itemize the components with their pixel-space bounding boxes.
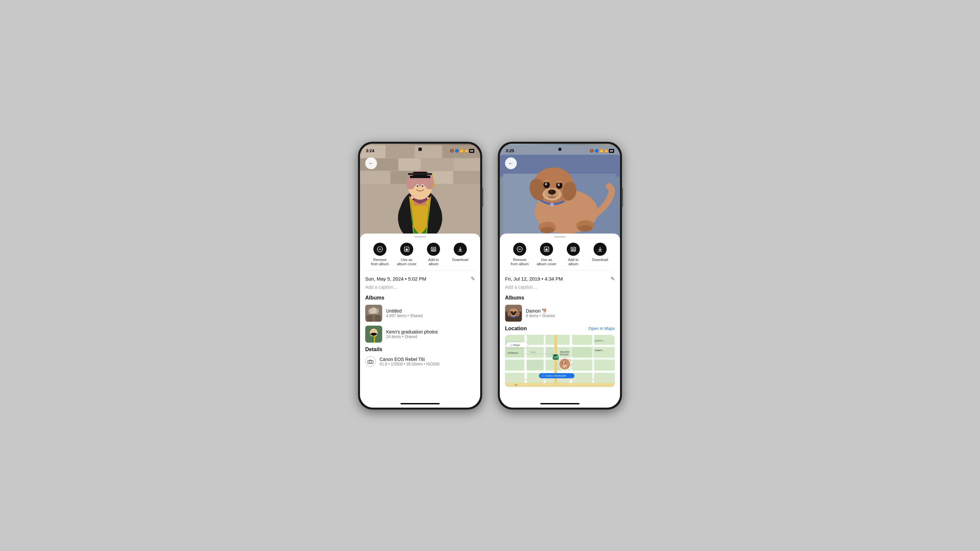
svg-point-102 [515,311,520,316]
svg-text:NORTH...: NORTH... [595,340,605,342]
details-section-1: Details Canon EOS Rebel T6i f/1.8 • 1/25… [365,346,475,367]
svg-rect-114 [505,378,615,380]
edit-icon-1[interactable]: ✎ [471,276,475,282]
action-albumcover-label-1: Use asalbum cover [397,258,417,266]
svg-rect-123 [546,347,554,357]
back-button-1[interactable]: ← [365,157,377,169]
albums-title-1: Albums [365,295,475,301]
svg-rect-116 [555,335,556,387]
svg-rect-126 [592,347,615,357]
home-indicator-2 [500,400,620,408]
svg-text:🐕: 🐕 [562,362,568,368]
svg-point-77 [544,180,549,183]
details-title-1: Details [365,346,475,353]
album-thumb-svg-2 [365,326,382,343]
edit-icon-2[interactable]: ✎ [611,276,615,282]
svg-rect-128 [526,360,543,370]
photo-dog: 3:25 🔕 🔵 📶 📶 88 [500,144,620,240]
svg-point-72 [550,191,553,192]
svg-point-101 [508,311,512,316]
camera-icon-1 [365,356,375,367]
addalbum-icon-1 [427,243,440,256]
open-maps-link-2[interactable]: Open in Maps [588,326,615,331]
date-text-1: Sun, May 5, 2024 • 5:02 PM [365,276,426,281]
date-row-2: Fri, Jul 12, 2019 • 4:34 PM ✎ [505,276,615,282]
back-button-2[interactable]: ← [505,157,517,169]
svg-rect-51 [375,315,381,322]
album-meta-untitled: 4,657 items • Shared [386,314,423,318]
action-albumcover-label-2: Use asalbum cover [537,258,556,266]
svg-rect-22 [408,173,432,175]
action-addalbum-1[interactable]: Add toalbum [424,243,443,266]
svg-rect-12 [454,171,480,184]
caption-2[interactable]: Add a caption… [505,284,615,290]
action-remove-1[interactable]: Removefrom album [370,243,390,266]
album-thumb-svg-1 [365,305,382,322]
map-placeholder-2[interactable]: 131 94 [505,335,615,387]
albums-title-2: Albums [505,295,615,301]
svg-point-105 [512,313,515,315]
svg-rect-57 [372,335,374,343]
action-remove-2[interactable]: Removefrom album [510,243,530,266]
bottom-sheet-2: Removefrom album Use asalbum cover Add t… [500,233,620,400]
map-bg-2: 131 94 [505,335,615,387]
album-meta-damon: 8 items • Shared [526,314,555,318]
svg-rect-55 [371,333,377,335]
action-albumcover-1[interactable]: Use asalbum cover [397,243,417,266]
svg-rect-9 [360,171,390,184]
svg-text:WALDEN: WALDEN [560,351,570,353]
svg-point-83 [540,227,554,233]
detail-text-camera: Canon EOS Rebel T6i f/1.8 • 1/2500 • 35.… [380,357,439,367]
caption-1[interactable]: Add a caption… [365,284,475,290]
album-item-untitled[interactable]: Untitled 4,657 items • Shared [365,305,475,322]
action-download-label-2: Download [592,258,608,262]
svg-point-28 [422,185,423,187]
svg-text:Oshtemo: Oshtemo [508,351,519,354]
svg-text:🛒: 🛒 [510,343,513,346]
action-addalbum-2[interactable]: Add toalbum [563,243,583,266]
svg-point-75 [545,183,547,185]
back-arrow-icon-1: ← [369,160,374,166]
battery-1: 88 [469,149,474,153]
album-name-untitled: Untitled [386,308,423,314]
svg-rect-50 [366,315,372,322]
svg-point-32 [427,197,429,199]
album-name-graduation: Kenn's graduation photos [386,329,438,335]
svg-text:Meijer: Meijer [513,343,520,346]
action-download-2[interactable]: Download [590,243,610,266]
svg-marker-88 [545,248,548,251]
front-camera-2 [558,148,562,151]
front-camera-1 [418,148,422,151]
album-info-untitled: Untitled 4,657 items • Shared [386,308,423,318]
download-icon-2 [593,243,607,256]
svg-rect-130 [570,360,592,370]
download-icon-1 [454,243,467,256]
svg-rect-6 [399,159,421,170]
bottom-sheet-1: Removefrom album Use asalbum cover Add t… [360,233,480,400]
action-download-1[interactable]: Download [450,243,470,266]
action-remove-label-1: Removefrom album [371,258,389,266]
action-row-2: Removefrom album Use asalbum cover Add t… [505,237,615,270]
svg-point-84 [578,225,592,231]
action-albumcover-2[interactable]: Use asalbum cover [537,243,556,266]
svg-rect-113 [505,371,615,373]
svg-point-58 [369,360,372,363]
album-thumb-svg-3 [505,305,522,322]
addalbum-icon-2 [567,243,580,256]
graduation-photo-svg [360,144,480,240]
svg-text:94: 94 [515,383,518,386]
photo-graduation: 3:24 🔕 🔵 📶 📶 88 [360,144,480,240]
svg-text:Kalam...: Kalam... [595,349,605,352]
svg-point-78 [557,181,562,183]
action-row-1: Removefrom album Use asalbum cover Add t… [365,237,475,270]
album-item-graduation[interactable]: Kenn's graduation photos 24 items • Shar… [365,326,475,343]
location-section-2: Location Open in Maps [505,326,615,387]
albumcover-icon-2 [540,243,553,256]
album-item-damon[interactable]: Damon 🐕 8 items • Shared [505,305,615,322]
status-icons-1: 🔕 🔵 📶 📶 88 [450,149,474,153]
svg-text:🛒 Costco Wholesale: 🛒 Costco Wholesale [541,374,566,377]
location-header-2: Location Open in Maps [505,326,615,332]
date-text-2: Fri, Jul 12, 2019 • 4:34 PM [505,276,563,281]
action-remove-label-2: Removefrom album [511,258,528,266]
svg-point-48 [371,307,377,314]
